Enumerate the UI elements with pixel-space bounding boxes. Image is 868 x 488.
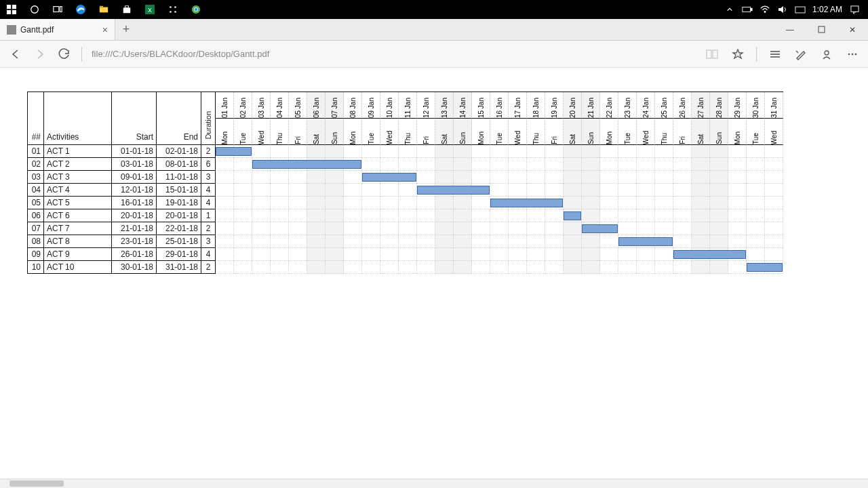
windows-icon: [6, 4, 17, 15]
cal-dow-header: Sat: [435, 119, 454, 145]
cal-dow-header: Tue: [490, 119, 509, 145]
gantt-bar: [252, 160, 361, 169]
cell-idx: 06: [28, 209, 44, 222]
cal-cell: [234, 197, 252, 209]
notes-icon[interactable]: [793, 47, 808, 62]
cal-cell: [362, 184, 380, 197]
url-field[interactable]: file:///C:/Users/BLACKdoor/Desktop/Gantt…: [92, 49, 695, 59]
excel-app[interactable]: X: [138, 0, 161, 19]
cal-date-header: 06 Jan: [307, 92, 326, 119]
cal-cell: [637, 209, 655, 222]
cell-activity: ACT 3: [44, 171, 112, 184]
cal-cell: [545, 171, 564, 184]
cal-cell: [564, 184, 582, 197]
circle-icon: [29, 4, 40, 15]
file-explorer-app[interactable]: [92, 0, 115, 19]
cal-cell: [692, 209, 710, 222]
store-app[interactable]: [115, 0, 138, 19]
cal-cell: [600, 197, 618, 209]
cal-cell: [655, 184, 673, 197]
cal-cell: [435, 248, 454, 261]
chrome-app[interactable]: [184, 0, 208, 19]
svg-point-15: [174, 6, 176, 8]
unknown-app[interactable]: [161, 0, 184, 19]
cal-cell: [692, 184, 710, 197]
cal-cell: [234, 235, 252, 248]
cal-dow-header: Sun: [710, 119, 728, 145]
maximize-button[interactable]: [806, 19, 837, 40]
cal-cell: [380, 145, 399, 158]
cal-cell: [765, 171, 783, 184]
app-icon: [167, 4, 178, 15]
cal-cell: [490, 171, 509, 184]
task-view-icon: [52, 4, 63, 15]
cell-duration: 3: [201, 171, 216, 184]
cal-cell: [600, 248, 618, 261]
cal-cell: [417, 197, 435, 209]
pdf-viewport[interactable]: ## Activities Start End Duration 01ACT 1…: [0, 68, 868, 488]
cal-cell: [252, 248, 271, 261]
cal-cell: [765, 145, 783, 158]
cal-date-header: 08 Jan: [344, 92, 362, 119]
close-window-button[interactable]: ✕: [837, 19, 868, 40]
cell-end: 02-01-18: [157, 145, 201, 158]
cell-duration: 6: [201, 158, 216, 171]
forward-button[interactable]: [33, 47, 47, 62]
cal-date-header: 14 Jan: [454, 92, 472, 119]
cortana-button[interactable]: [23, 0, 46, 19]
tab-bar: Gantt.pdf × + ― ✕: [0, 19, 868, 41]
svg-rect-28: [850, 5, 858, 11]
cal-cell: [655, 158, 673, 171]
cal-cell: [637, 197, 655, 209]
more-icon[interactable]: [845, 47, 860, 62]
minimize-button[interactable]: ―: [774, 19, 806, 40]
cal-cell: [618, 197, 637, 209]
cal-cell: [692, 158, 710, 171]
cal-cell: [216, 184, 234, 197]
cal-row: [216, 222, 783, 235]
cal-cell: [545, 184, 564, 197]
cal-cell: [289, 261, 307, 274]
edge-app[interactable]: [69, 0, 92, 19]
tab-gantt-pdf[interactable]: Gantt.pdf ×: [0, 19, 115, 40]
wifi-icon[interactable]: [760, 4, 770, 15]
cal-cell: [728, 158, 747, 171]
favorite-star-icon[interactable]: [730, 47, 745, 62]
cal-cell: [545, 235, 564, 248]
close-tab-button[interactable]: ×: [102, 24, 108, 35]
volume-icon[interactable]: [777, 4, 788, 15]
back-button[interactable]: [8, 47, 23, 62]
cell-start: 12-01-18: [112, 184, 157, 197]
horizontal-scrollbar[interactable]: [0, 479, 868, 488]
task-view-button[interactable]: [46, 0, 69, 19]
cal-cell: [747, 222, 765, 235]
refresh-button[interactable]: [57, 47, 72, 62]
gantt-bar: [417, 186, 490, 195]
pdf-file-icon: [7, 25, 16, 35]
cal-cell: [216, 158, 234, 171]
scrollbar-thumb[interactable]: [9, 481, 64, 487]
chevron-up-icon[interactable]: [724, 4, 735, 15]
svg-rect-1: [12, 5, 16, 9]
start-button[interactable]: [0, 0, 23, 19]
battery-icon[interactable]: [742, 4, 753, 15]
clock[interactable]: 1:02 AM: [812, 5, 842, 14]
cal-cell: [582, 209, 600, 222]
share-icon[interactable]: [819, 47, 834, 62]
cell-idx: 02: [28, 158, 44, 171]
cal-cell: [380, 184, 399, 197]
cal-cell: [399, 222, 417, 235]
cal-date-header: 01 Jan: [216, 92, 234, 119]
cell-activity: ACT 4: [44, 184, 112, 197]
action-center-icon[interactable]: [849, 4, 860, 15]
new-tab-button[interactable]: +: [115, 19, 137, 40]
cal-cell: [728, 209, 747, 222]
cal-cell: [637, 158, 655, 171]
gantt-bar: [582, 224, 618, 233]
hub-icon[interactable]: [768, 47, 783, 62]
cal-cell: [271, 197, 289, 209]
chrome-icon: [191, 4, 201, 15]
keyboard-icon[interactable]: [795, 4, 806, 15]
cal-cell: [582, 261, 600, 274]
reading-view-icon[interactable]: [705, 47, 719, 62]
